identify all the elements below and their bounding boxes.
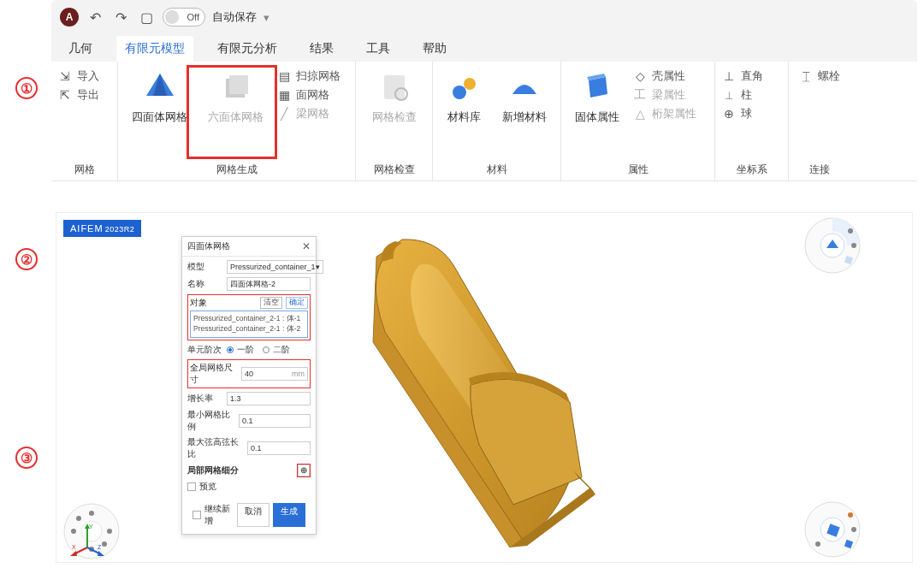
topbar: A ↶ ↷ ▢ Off 自动保存 ▾ [51, 0, 917, 34]
cyl-csys-icon: ⟂ [722, 88, 736, 102]
order-2-label: 二阶 [273, 344, 290, 356]
shell-prop-button[interactable]: ◇ 壳属性 [633, 68, 696, 84]
tab-results[interactable]: 结果 [301, 36, 342, 62]
solid-prop-button[interactable]: 固体属性 [568, 65, 626, 125]
minratio-input[interactable]: 0.1 [239, 414, 311, 428]
import-button[interactable]: ⇲ 导入 [58, 68, 99, 84]
model-3d[interactable] [351, 231, 642, 547]
import-icon: ⇲ [58, 69, 72, 83]
add-local-refine-button[interactable]: ⊕ [298, 464, 310, 476]
tab-fem-analysis[interactable]: 有限元分析 [209, 36, 286, 62]
close-icon[interactable]: ✕ [302, 240, 311, 252]
growth-input[interactable]: 1.3 [227, 392, 311, 405]
menu-tabs: 几何 有限元模型 有限元分析 结果 工具 帮助 [51, 34, 917, 62]
order-label: 单元阶次 [187, 344, 223, 356]
svg-marker-36 [98, 551, 104, 556]
material-lib-icon [447, 70, 482, 104]
redo-icon[interactable]: ↷ [111, 8, 130, 27]
autosave-toggle[interactable]: Off [163, 8, 205, 27]
rect-csys-button[interactable]: ⊥ 直角 [722, 68, 763, 84]
tab-help[interactable]: 帮助 [414, 36, 455, 62]
size-label: 全局网格尺寸 [190, 362, 238, 386]
chord-label: 最大弦高弦长比 [187, 436, 244, 460]
mesh-check-button[interactable]: 网格检查 [365, 65, 424, 125]
object-item[interactable]: Pressurized_container_2-1 : 体-1 [193, 314, 305, 324]
brand-badge: AIFEM2023R2 [63, 220, 141, 237]
surface-mesh-button[interactable]: ▦ 面网格 [277, 87, 341, 103]
object-item[interactable]: Pressurized_container_2-1 : 体-2 [193, 324, 305, 334]
preview-checkbox[interactable] [187, 482, 196, 491]
truss-prop-icon: △ [633, 107, 647, 121]
svg-marker-8 [589, 77, 607, 98]
continue-label: 继续新增 [204, 503, 234, 527]
dropdown-caret-icon[interactable]: ▾ [264, 11, 270, 24]
sph-csys-icon: ⊕ [722, 107, 736, 121]
hex-mesh-button[interactable]: 六面体网格 [201, 65, 270, 125]
generate-button[interactable]: 生成 [273, 503, 305, 527]
continue-checkbox[interactable] [192, 511, 201, 519]
export-button[interactable]: ⇱ 导出 [58, 87, 99, 103]
ribbon: ⇲ 导入 ⇱ 导出 网格 四面体网格 [51, 62, 917, 181]
cyl-csys-button[interactable]: ⟂ 柱 [722, 87, 763, 103]
beam-mesh-button[interactable]: ╱ 梁网格 [277, 106, 341, 121]
svg-text:Y: Y [89, 524, 93, 530]
solid-prop-icon [580, 70, 614, 104]
group-label-property: 属性 [568, 159, 708, 179]
confirm-button[interactable]: 确定 [286, 297, 308, 309]
annotation-1: ① [15, 77, 38, 99]
object-list[interactable]: Pressurized_container_2-1 : 体-1 Pressuri… [190, 311, 308, 338]
view-gizmo-top-right[interactable] [803, 216, 862, 275]
app-logo: A [60, 8, 79, 27]
svg-marker-34 [70, 551, 77, 556]
undo-icon[interactable]: ↶ [86, 8, 104, 27]
local-refine-label: 局部网格细分 [187, 464, 239, 476]
save-icon[interactable]: ▢ [137, 8, 156, 27]
order-1-radio[interactable] [227, 346, 234, 353]
rect-csys-icon: ⊥ [722, 69, 736, 83]
tab-geometry[interactable]: 几何 [60, 36, 101, 62]
preview-label: 预览 [199, 481, 216, 493]
annotation-2: ② [15, 248, 38, 270]
svg-point-14 [851, 243, 856, 248]
chord-input[interactable]: 0.1 [247, 441, 311, 455]
group-label-material: 材料 [440, 159, 554, 179]
new-material-button[interactable]: 新增材料 [495, 65, 554, 125]
axis-triad: Y X Z [70, 522, 104, 556]
truss-prop-button[interactable]: △ 桁架属性 [633, 106, 696, 121]
svg-point-27 [89, 511, 94, 516]
cancel-button[interactable]: 取消 [237, 503, 270, 527]
sweep-mesh-icon: ▤ [277, 69, 291, 83]
minratio-label: 最小网格比例 [187, 409, 235, 433]
tet-mesh-button[interactable]: 四面体网格 [125, 65, 194, 125]
svg-point-6 [453, 86, 466, 99]
material-lib-button[interactable]: 材料库 [441, 65, 489, 125]
model-select[interactable]: Pressurized_container_1▾ [227, 260, 323, 274]
group-label-mesh: 网格 [58, 159, 110, 179]
order-2-radio[interactable] [263, 346, 270, 353]
tet-mesh-dialog: 四面体网格 ✕ 模型 Pressurized_container_1▾ 名称 四… [181, 236, 317, 535]
svg-point-29 [76, 516, 81, 521]
sph-csys-button[interactable]: ⊕ 球 [722, 106, 763, 121]
svg-point-22 [815, 541, 820, 547]
tab-fem-model[interactable]: 有限元模型 [116, 36, 193, 62]
svg-point-7 [464, 78, 476, 90]
group-label-meshgen: 网格生成 [125, 159, 348, 179]
clear-button[interactable]: 清空 [260, 297, 282, 309]
name-input[interactable]: 四面体网格-2 [227, 277, 311, 291]
beam-prop-button[interactable]: 工 梁属性 [633, 87, 696, 103]
group-label-csys: 坐标系 [722, 159, 781, 179]
size-input[interactable]: 40mm [241, 367, 308, 381]
tet-mesh-icon [143, 70, 177, 104]
bolt-icon: ⌶ [799, 69, 813, 83]
shell-prop-icon: ◇ [633, 69, 647, 83]
tab-tools[interactable]: 工具 [358, 36, 399, 62]
mesh-check-icon [377, 70, 412, 104]
svg-rect-3 [229, 75, 248, 94]
svg-point-20 [851, 527, 856, 532]
sweep-mesh-button[interactable]: ▤ 扫掠网格 [277, 68, 341, 84]
dialog-title: 四面体网格 [187, 240, 230, 252]
svg-rect-4 [384, 75, 405, 99]
view-gizmo-bottom-right[interactable] [803, 500, 862, 559]
name-label: 名称 [187, 278, 223, 290]
bolt-button[interactable]: ⌶ 螺栓 [799, 68, 840, 84]
